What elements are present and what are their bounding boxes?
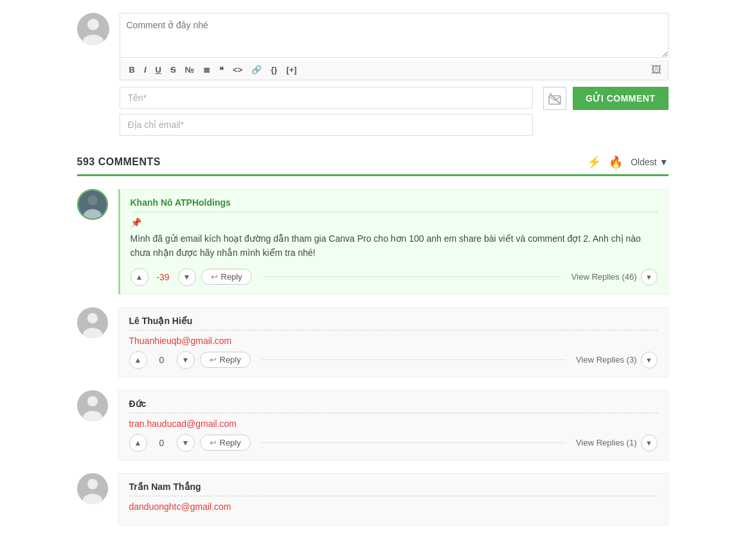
underline-button[interactable]: U xyxy=(153,64,164,76)
upvote-button[interactable]: ▲ xyxy=(130,268,148,286)
svg-point-16 xyxy=(87,479,98,489)
reply-button[interactable]: ↩ Reply xyxy=(200,352,251,368)
sort-dropdown[interactable]: Oldest ▼ xyxy=(631,157,668,167)
view-replies[interactable]: View Replies (1)▼ xyxy=(576,435,657,451)
view-replies-expand-icon[interactable]: ▼ xyxy=(641,352,658,368)
comments-list: Khanh Nô ATPHoldings📌Mình đã gửi email k… xyxy=(77,189,669,525)
reply-label: Reply xyxy=(220,438,241,447)
view-replies-text: View Replies (3) xyxy=(576,355,636,365)
italic-button[interactable]: I xyxy=(141,64,149,76)
comment-item: Khanh Nô ATPHoldings📌Mình đã gửi email k… xyxy=(77,189,669,294)
reply-label: Reply xyxy=(220,355,241,365)
svg-point-10 xyxy=(87,313,98,323)
vote-count: 0 xyxy=(152,438,172,448)
comment-email: tran.hauducad@gmail.com xyxy=(129,419,658,429)
comment-avatar xyxy=(77,189,108,220)
ordered-list-button[interactable]: № xyxy=(183,64,197,76)
form-actions: GỬI COMMENT xyxy=(543,87,669,110)
svg-point-13 xyxy=(87,396,98,406)
comment-author: Trần Nam Thắng xyxy=(129,482,658,496)
comment-text: Mình đã gửi email kích hoạt đường dẫn th… xyxy=(130,231,658,260)
comment-email: Thuanhieuqb@gmail.com xyxy=(129,336,658,346)
comment-body: Đứctran.hauducad@gmail.com▲0▼↩ ReplyView… xyxy=(118,390,669,460)
reply-button[interactable]: ↩ Reply xyxy=(201,269,252,285)
comments-header: 593 COMMENTS ⚡ 🔥 Oldest ▼ xyxy=(77,155,669,176)
view-replies-text: View Replies (46) xyxy=(571,272,637,282)
spacer-line xyxy=(261,359,566,360)
comment-body: Lê Thuận HiếuThuanhieuqb@gmail.com▲0▼↩ R… xyxy=(118,307,669,377)
svg-point-8 xyxy=(87,195,97,205)
fields-left xyxy=(120,87,534,136)
view-replies-text: View Replies (1) xyxy=(576,438,636,447)
upvote-button[interactable]: ▲ xyxy=(129,434,147,452)
image-icon: 🖼 xyxy=(651,64,661,76)
comment-avatar xyxy=(77,390,108,421)
vote-count: -39 xyxy=(154,272,173,282)
comment-actions: ▲0▼↩ ReplyView Replies (3)▼ xyxy=(129,351,658,369)
comment-body: Khanh Nô ATPHoldings📌Mình đã gửi email k… xyxy=(118,189,669,294)
upvote-button[interactable]: ▲ xyxy=(129,351,147,369)
comment-author: Lê Thuận Hiếu xyxy=(129,316,658,330)
comment-email: danduonghtc@gmail.com xyxy=(129,501,658,512)
unordered-list-button[interactable]: ≣ xyxy=(201,64,213,76)
code-button[interactable]: <> xyxy=(230,64,245,76)
reply-arrow-icon: ↩ xyxy=(211,272,218,282)
toolbar: B I U S № ≣ ❝ <> 🔗 {} [+] 🖼 xyxy=(120,60,669,80)
plus-button[interactable]: [+] xyxy=(283,64,299,76)
comment-item: Đứctran.hauducad@gmail.com▲0▼↩ ReplyView… xyxy=(77,390,669,460)
link-button[interactable]: 🔗 xyxy=(249,64,264,76)
reply-arrow-icon: ↩ xyxy=(210,438,217,447)
comment-avatar xyxy=(77,307,108,338)
user-avatar xyxy=(77,13,109,45)
pin-icon: 📌 xyxy=(130,217,658,228)
comment-form-area: B I U S № ≣ ❝ <> 🔗 {} [+] 🖼 xyxy=(77,13,669,136)
downvote-button[interactable]: ▼ xyxy=(177,434,195,452)
view-replies[interactable]: View Replies (46)▼ xyxy=(571,269,658,285)
form-right: B I U S № ≣ ❝ <> 🔗 {} [+] 🖼 xyxy=(120,13,669,136)
downvote-button[interactable]: ▼ xyxy=(177,351,195,369)
downvote-button[interactable]: ▼ xyxy=(178,268,196,286)
comment-textarea[interactable] xyxy=(120,13,669,58)
comment-body: Trần Nam Thắngdanduonghtc@gmail.com xyxy=(118,473,669,525)
bold-button[interactable]: B xyxy=(127,64,138,76)
view-replies-expand-icon[interactable]: ▼ xyxy=(641,435,658,451)
email-input[interactable] xyxy=(120,114,534,136)
spacer-line xyxy=(261,442,566,443)
comment-item: Lê Thuận HiếuThuanhieuqb@gmail.com▲0▼↩ R… xyxy=(77,307,669,377)
comments-count: 593 COMMENTS xyxy=(77,156,161,168)
sort-label: Oldest xyxy=(631,157,656,167)
view-replies[interactable]: View Replies (3)▼ xyxy=(576,352,657,368)
lightning-icon[interactable]: ⚡ xyxy=(587,155,601,169)
comment-avatar xyxy=(77,473,108,504)
comments-controls: ⚡ 🔥 Oldest ▼ xyxy=(587,155,668,169)
strikethrough-button[interactable]: S xyxy=(168,64,179,76)
form-fields: GỬI COMMENT xyxy=(120,87,669,136)
comment-actions: ▲-39▼↩ ReplyView Replies (46)▼ xyxy=(130,268,658,286)
reply-arrow-icon: ↩ xyxy=(210,355,217,365)
comment-author: Đức xyxy=(129,399,658,413)
comment-actions: ▲0▼↩ ReplyView Replies (1)▼ xyxy=(129,434,658,452)
chevron-down-icon: ▼ xyxy=(660,157,669,167)
no-spam-icon xyxy=(543,87,566,110)
view-replies-expand-icon[interactable]: ▼ xyxy=(641,269,658,285)
spacer-line xyxy=(262,276,561,277)
svg-point-1 xyxy=(87,19,99,30)
vote-count: 0 xyxy=(152,355,172,365)
reply-label: Reply xyxy=(221,272,242,282)
comment-item: Trần Nam Thắngdanduonghtc@gmail.com xyxy=(77,473,669,525)
json-button[interactable]: {} xyxy=(268,64,280,76)
fire-icon[interactable]: 🔥 xyxy=(609,155,623,169)
reply-button[interactable]: ↩ Reply xyxy=(200,435,251,451)
name-input[interactable] xyxy=(120,87,534,109)
submit-comment-button[interactable]: GỬI COMMENT xyxy=(573,87,669,110)
comment-author: Khanh Nô ATPHoldings xyxy=(130,197,658,212)
blockquote-button[interactable]: ❝ xyxy=(217,64,226,76)
